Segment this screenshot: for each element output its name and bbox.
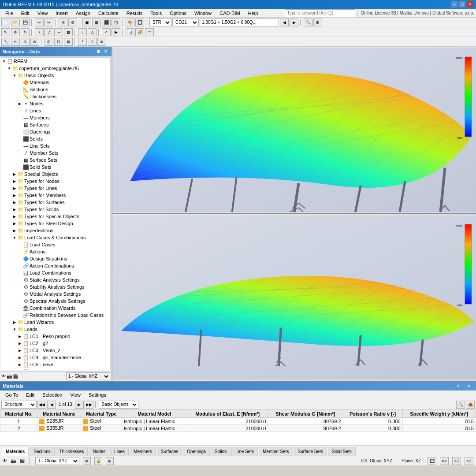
tree-item-types-solids[interactable]: ▶ 📁 Types for Solids bbox=[1, 206, 110, 213]
move-btn[interactable]: ✥ bbox=[11, 28, 20, 36]
tool-e[interactable]: ⊞ bbox=[45, 38, 53, 46]
undo-btn[interactable]: ↩ bbox=[35, 19, 44, 26]
snap-mid[interactable]: ⊛ bbox=[97, 38, 106, 46]
snap-status[interactable]: ⊕ bbox=[83, 457, 91, 465]
zoom-btn[interactable]: 🔍 bbox=[304, 19, 312, 26]
tool-f[interactable]: ⊟ bbox=[54, 38, 63, 46]
tree-item-sections[interactable]: 📐 Sections bbox=[1, 86, 110, 93]
tool-b[interactable]: ✂ bbox=[11, 38, 20, 46]
tool-c[interactable]: ⊕ bbox=[21, 38, 30, 46]
tab-line-sets[interactable]: Line Sets bbox=[231, 447, 258, 456]
menu-assign[interactable]: Assign bbox=[72, 10, 94, 17]
menu-calculate[interactable]: Calculate bbox=[95, 10, 122, 17]
panel-menu-settings[interactable]: Settings bbox=[85, 391, 110, 398]
print-btn[interactable]: 🖨 bbox=[59, 19, 67, 26]
menu-edit[interactable]: Edit bbox=[18, 10, 33, 17]
panel-nav-prev-prev[interactable]: ◀◀ bbox=[37, 401, 46, 409]
panel-menu-view[interactable]: View bbox=[67, 391, 84, 398]
menu-window[interactable]: Window bbox=[191, 10, 215, 17]
expand-arrow[interactable]: ▶ bbox=[17, 349, 22, 353]
tab-thicknesses[interactable]: Thicknesses bbox=[56, 447, 88, 456]
tree-item-rfem[interactable]: ▼ 📋 RFEM bbox=[1, 58, 110, 65]
basic-objects-combo[interactable]: Basic Objects bbox=[99, 401, 138, 409]
tree-item-modal-analysis[interactable]: ⚙ Modal Analysis Settings bbox=[1, 290, 110, 298]
panel-nav-next-next[interactable]: ▶▶ bbox=[85, 401, 93, 409]
tree-item-loads[interactable]: ▼ 📁 Loads bbox=[1, 326, 110, 333]
view-combo-status[interactable]: 1 - Global XYZ bbox=[35, 457, 79, 465]
calc-btn[interactable]: ▶ bbox=[112, 28, 120, 36]
contour-btn[interactable]: 🌈 bbox=[135, 28, 144, 36]
expand-arrow[interactable]: ▶ bbox=[12, 229, 17, 233]
menu-insert[interactable]: Insert bbox=[52, 10, 71, 17]
tree-item-imperfections[interactable]: ▶ 📁 Imperfections bbox=[1, 227, 110, 234]
expand-arrow[interactable]: ▼ bbox=[1, 60, 7, 63]
tree-item-types-members[interactable]: ▶ 📁 Types for Members bbox=[1, 192, 110, 199]
panel-nav-next[interactable]: ▶ bbox=[75, 401, 84, 409]
nav-close-btn[interactable]: ✕ bbox=[103, 49, 109, 54]
tree-item-types-steel[interactable]: ▶ 📁 Types for Steel Design bbox=[1, 220, 110, 227]
expand-arrow[interactable]: ▶ bbox=[17, 335, 22, 338]
surface-btn[interactable]: ▦ bbox=[64, 28, 73, 36]
expand-arrow[interactable]: ▶ bbox=[17, 342, 22, 346]
tree-item-thicknesses[interactable]: 📏 Thicknesses bbox=[1, 93, 110, 100]
expand-arrow[interactable]: ▶ bbox=[12, 215, 17, 219]
tab-surfaces[interactable]: Surfaces bbox=[157, 447, 182, 456]
close-button[interactable]: ✕ bbox=[467, 1, 473, 7]
panel-float-btn[interactable]: ⇑ bbox=[454, 382, 463, 390]
snap-grid[interactable]: ⋮ bbox=[78, 38, 87, 46]
tree-item-basic-objects[interactable]: ▼ 📁 Basic Objects bbox=[1, 72, 110, 79]
snap-node[interactable]: ⊙ bbox=[88, 38, 97, 46]
tree-item-load-cases-comb[interactable]: ▼ 📁 Load Cases & Combinations bbox=[1, 234, 110, 241]
tree-item-solid-sets[interactable]: ⬛ Solid Sets bbox=[1, 164, 110, 171]
result-disp-btn[interactable]: 📊 bbox=[126, 28, 134, 36]
tab-materials[interactable]: Materials bbox=[2, 447, 29, 456]
tree-item-solids[interactable]: ⬛ Solids bbox=[1, 135, 110, 142]
menu-tools[interactable]: Tools bbox=[147, 10, 165, 17]
tab-member-sets[interactable]: Member Sets bbox=[259, 447, 293, 456]
line-btn[interactable]: ╱ bbox=[45, 28, 53, 36]
deformed-btn[interactable]: 〰 bbox=[145, 28, 154, 36]
menu-view[interactable]: View bbox=[34, 10, 52, 17]
tree-item-nodes[interactable]: ▶ • Nodes bbox=[1, 100, 110, 107]
view3d-btn[interactable]: 🔲 bbox=[428, 457, 436, 465]
viewxz-btn[interactable]: XZ bbox=[452, 457, 461, 465]
view2-btn[interactable]: ▦ bbox=[92, 19, 101, 26]
tree-item-lc3[interactable]: ▶ 📋 LC3 - Vento_z bbox=[1, 347, 110, 354]
support-btn[interactable]: △ bbox=[88, 28, 97, 36]
result-combo[interactable]: STR bbox=[149, 19, 171, 26]
filter-btn[interactable]: 🔍 bbox=[456, 401, 465, 409]
tree-item-surface-sets[interactable]: ▦ Surface Sets bbox=[1, 156, 110, 164]
view-select[interactable]: 1 - Global XYZ bbox=[66, 372, 110, 380]
tree-item-load-combinations[interactable]: 📊 Load Combinations bbox=[1, 269, 110, 276]
settings-btn[interactable]: ⚙ bbox=[68, 19, 77, 26]
tab-surface-sets[interactable]: Surface Sets bbox=[294, 447, 327, 456]
menu-cadbim[interactable]: CAD-BIM bbox=[216, 10, 243, 17]
save-btn[interactable]: 💾 bbox=[21, 19, 30, 26]
new-btn[interactable]: 📄 bbox=[1, 19, 10, 26]
tool-d[interactable]: ⊗ bbox=[30, 38, 39, 46]
panel-nav-prev[interactable]: ◀ bbox=[47, 401, 56, 409]
tree-item-stability-analysis[interactable]: ⚙ Stability Analysis Settings bbox=[1, 283, 110, 290]
tree-item-project[interactable]: ▼ 📁 copertura_ombreggiante.rf6 bbox=[1, 65, 110, 72]
formula-input[interactable] bbox=[200, 19, 279, 26]
expand-arrow[interactable]: ▶ bbox=[12, 208, 17, 212]
viewport-top[interactable]: max min bbox=[112, 47, 476, 214]
fit-btn[interactable]: ⊞ bbox=[313, 19, 322, 26]
menu-results[interactable]: Results bbox=[123, 10, 146, 17]
node-btn[interactable]: • bbox=[35, 28, 44, 36]
tree-item-lines[interactable]: / Lines bbox=[1, 107, 110, 114]
tree-item-members[interactable]: — Members bbox=[1, 114, 110, 121]
expand-arrow[interactable]: ▶ bbox=[17, 370, 22, 371]
prev-result[interactable]: ◀ bbox=[280, 19, 289, 26]
tree-item-action-combinations[interactable]: 🔗 Action Combinations bbox=[1, 262, 110, 269]
tree-item-design-situations[interactable]: 🔷 Design Situations bbox=[1, 255, 110, 262]
tree-item-types-surfaces[interactable]: ▶ 📁 Types for Surfaces bbox=[1, 199, 110, 206]
expand-arrow[interactable]: ▶ bbox=[12, 201, 17, 205]
expand-arrow[interactable]: ▶ bbox=[12, 320, 17, 324]
expand-arrow[interactable]: ▶ bbox=[12, 179, 17, 183]
structure-combo[interactable]: Structure bbox=[1, 401, 37, 409]
expand-arrow[interactable]: ▶ bbox=[17, 356, 22, 360]
panel-menu-selection[interactable]: Selection bbox=[39, 391, 66, 398]
tree-item-materials[interactable]: 🔶 Materials bbox=[1, 79, 110, 86]
viewxy-btn[interactable]: XY bbox=[440, 457, 449, 465]
